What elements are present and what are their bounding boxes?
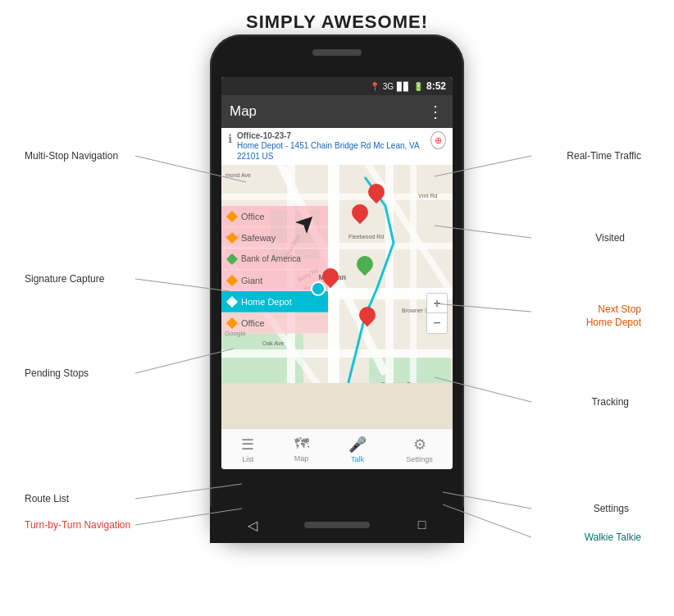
compass-icon[interactable]: ⊕ [430,131,446,149]
back-button[interactable]: ◁ [248,518,257,533]
zoom-out-button[interactable]: − [427,313,447,333]
stop-item-boa: Bank of America [221,249,328,270]
info-circle-icon: ℹ [228,132,232,145]
label-pending-stops: Pending Stops [25,367,89,379]
label-settings: Settings [594,503,629,514]
label-next-stop-name: Home Depot [586,317,641,328]
map-pin-red-3 [357,307,377,331]
zoom-in-button[interactable]: + [427,294,447,313]
settings-icon: ⚙ [413,436,426,454]
label-next-stop: Next Stop [598,303,641,315]
menu-icon[interactable]: ⋮ [427,102,444,121]
info-bar: ℹ Office-10-23-7 Home Depot - 1451 Chain… [221,128,453,165]
tab-list-label: List [242,455,253,463]
google-logo: Google [225,330,246,337]
map-area[interactable]: Berry Rd Fleetwood Rd Oak Ave Tempmon Dr… [221,128,453,383]
stop-id: Office-10-23-7 [237,131,426,140]
tab-talk-label: Talk [351,455,364,463]
stop-list: Office Safeway Bank of America Giant [221,206,328,334]
tab-settings-label: Settings [406,455,433,463]
map-pin-cyan [311,281,326,296]
label-route-list: Route List [25,493,69,504]
label-visited: Visited [595,232,625,244]
wifi-icon: ▊▊ [397,82,410,91]
bottom-nav: ☰ List 🗺 Map 🎤 Talk ⚙ Settings [221,428,453,469]
phone-speaker-top [312,49,362,56]
map-icon: 🗺 [294,436,309,453]
phone-body: 📍 3G ▊▊ 🔋 8:52 Map ⋮ ℹ Office-10-23-7 Ho… [210,34,464,543]
tab-talk[interactable]: 🎤 Talk [348,436,367,463]
zoom-controls: + − [426,293,448,334]
label-signature-capture: Signature Capture [25,273,104,285]
tab-settings[interactable]: ⚙ Settings [406,436,433,463]
phone-screen: 📍 3G ▊▊ 🔋 8:52 Map ⋮ ℹ Office-10-23-7 Ho… [221,77,453,469]
list-icon: ☰ [241,436,254,454]
time-display: 8:52 [426,80,446,92]
stop-address: Home Depot - 1451 Chain Bridge Rd Mc Lea… [237,140,426,162]
app-bar-title: Map [230,103,257,120]
tab-map-label: Map [294,454,309,463]
label-walkie-talkie: Walkie Talkie [585,532,641,543]
recent-button[interactable]: □ [418,518,426,532]
tab-map[interactable]: 🗺 Map [294,436,309,463]
phone-device: 📍 3G ▊▊ 🔋 8:52 Map ⋮ ℹ Office-10-23-7 Ho… [210,34,464,543]
stop-item-homedepot: Home Depot [221,291,328,313]
map-pin-red-2 [350,204,370,229]
stop-item-office: Office [221,206,328,227]
label-tracking: Tracking [591,396,629,408]
tab-list[interactable]: ☰ List [241,436,254,463]
app-bar: Map ⋮ [221,95,453,128]
phone-speaker-bottom [304,522,370,528]
battery-icon: 🔋 [413,82,423,91]
mic-icon: 🎤 [348,436,367,454]
label-multi-stop-nav: Multi-Stop Navigation [25,150,118,162]
signal-icon: 3G [383,82,394,91]
label-real-time-traffic: Real-Time Traffic [567,150,641,162]
stop-item-safeway: Safeway [221,227,328,249]
location-icon: 📍 [370,82,380,91]
map-pin-green [355,256,375,281]
status-bar: 📍 3G ▊▊ 🔋 8:52 [221,77,453,95]
page-title: SIMPLY AWESOME! [0,0,674,33]
label-turn-by-turn: Turn-by-Turn Navigation [25,519,130,531]
